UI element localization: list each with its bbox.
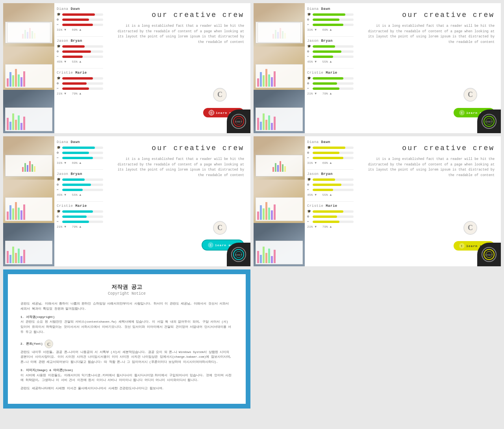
grad-icon-d4: 🎓 [307, 146, 311, 150]
diana-stats-3: 31% ▼ 69% ▲ [57, 161, 103, 165]
copyright-subtitle: Copyright Notice [20, 292, 233, 296]
grad-icon-c3: 🎓 [57, 210, 61, 214]
person-jason-3: Jason Bryan 🎓 ⚙ ✂ 45% ▼ 55% ▲ [57, 172, 103, 197]
jason-name-1: Jason Bryan [57, 39, 103, 43]
diana-name-3: Diana Dawn [57, 140, 103, 144]
grad-icon-d3: 🎓 [57, 146, 61, 150]
scissors-icon-j1: ✂ [57, 55, 61, 59]
jason-bar1-row: 🎓 [57, 45, 103, 48]
tool-icon-j2: ⚙ [307, 50, 311, 54]
grad-icon-1: 🎓 [57, 13, 61, 17]
badge-inner-3: FANCY [231, 247, 246, 262]
jason-stats-3: 45% ▼ 55% ▲ [57, 193, 103, 197]
stats-column-3: Diana Dawn 🎓 ⚙ ✂ 31% ▼ 69% ▲ Jason Bryan… [54, 136, 106, 266]
cristie-stats-4: 21% ▼ 79% ▲ [307, 225, 354, 228]
slide-red: Diana Dawn 🎓 ⚙ ✂ 31% ▼ 69% ▲ [3, 3, 250, 133]
learn-icon-4: ! [459, 243, 465, 249]
svg-text:FANCY: FANCY [485, 254, 493, 256]
person-cristie-3: Cristie Marie 🎓 ⚙ ✂ 21% ▼ 79% ▲ [57, 204, 103, 228]
learn-icon-3: ! [208, 242, 213, 248]
main-grid: Diana Dawn 🎓 ⚙ ✂ 31% ▼ 69% ▲ [0, 0, 504, 412]
diana-bar1-track [62, 13, 103, 16]
slide-green: Diana Dawn 🎓 ⚙ ✂ 31% ▼ 69% ▲ Jason Bryan… [254, 3, 501, 133]
cristie-bar3-track [62, 87, 103, 90]
c-logo-2: C [463, 88, 477, 102]
diana-bar2-fill [62, 19, 89, 21]
photo-jason-2 [254, 46, 305, 90]
diana-bar1-fill [62, 13, 95, 16]
scissors-icon-j3: ✂ [57, 188, 61, 192]
jason-bar2-fill [62, 50, 91, 53]
content-col-2: our creative crew it is a long establish… [356, 3, 501, 133]
learn-icon-2: ! [459, 110, 465, 115]
grad-icon-c1: 🎓 [57, 76, 61, 80]
diana-bar1-row: 🎓 [57, 13, 103, 17]
jason-name-4: Jason Bryan [307, 172, 354, 176]
tool-icon-c4: ⚙ [307, 215, 311, 219]
person-diana-2: Diana Dawn 🎓 ⚙ ✂ 31% ▼ 69% ▲ [307, 7, 354, 32]
copyright-inner: 저작권 공고 Copyright Notice 귄란도 세공님, 이래서서 환하… [8, 274, 246, 404]
divider-j1 [57, 68, 103, 69]
diana-stats-1: 31% ▼ 69% ▲ [57, 28, 103, 32]
person-diana-4: Diana Dawn 🎓 ⚙ ✂ 31% ▼ 69% ▲ [307, 140, 354, 165]
photo-cristie-2 [254, 90, 305, 133]
content-col-3: our creative crew it is a long establish… [106, 136, 250, 266]
slide-text-1: it is a long established fact that a rea… [112, 24, 244, 45]
slide-text-2: it is a long established fact that a rea… [362, 24, 495, 45]
grad-icon-j3: 🎓 [57, 178, 61, 182]
photo-cristie-3 [3, 223, 54, 266]
cristie-bar3-fill [62, 87, 89, 90]
scissors-icon-d4: ✂ [307, 156, 311, 160]
photo-jason-4 [254, 180, 305, 223]
badge-inner-2: FANCY [482, 114, 497, 129]
diana-bar2-track [62, 19, 103, 21]
bottom-badge-3: FANCY [227, 243, 250, 266]
slide-text-3: it is a long established fact that a rea… [112, 157, 244, 178]
slide-text-4: it is a long established fact that a rea… [362, 157, 495, 178]
tool-icon-j4: ⚙ [307, 183, 311, 187]
photos-column-4 [254, 136, 305, 266]
jason-bar2-track [62, 50, 103, 53]
jason-name-3: Jason Bryan [57, 172, 103, 176]
tool-icon-c2: ⚙ [307, 82, 311, 85]
cristie-stats-3: 21% ▼ 79% ▲ [57, 225, 103, 228]
tool-icon-d2: ⚙ [307, 18, 311, 22]
cristie-bar1-fill [62, 77, 93, 80]
photo-jason-3 [3, 180, 54, 223]
copyright-section2: 2. 폰트(font) C 관란도 내이두 서린들, 권공 폰—나이어 나동공의… [20, 338, 233, 365]
c-logo-copyright: C [44, 340, 53, 348]
jason-bar3-fill [62, 56, 83, 58]
diana-name-1: Diana Dawn [57, 7, 103, 11]
content-col-4: our creative crew it is a long establish… [356, 136, 501, 266]
diana-stats-4: 31% ▼ 69% ▲ [307, 161, 354, 165]
svg-text:FANCY: FANCY [235, 121, 242, 123]
stats-column-1: Diana Dawn 🎓 ⚙ ✂ 31% ▼ 69% ▲ [54, 3, 106, 133]
cristie-name-1: Cristie Marie [57, 71, 103, 75]
jason-bar2-row: ⚙ [57, 50, 103, 54]
diana-bar3-track [62, 24, 103, 26]
photos-column-1 [3, 3, 54, 133]
jason-stats-2: 45% ▼ 55% ▲ [307, 60, 354, 63]
slide-title-4: our creative crew [362, 144, 495, 152]
cristie-name-2: Cristie Marie [307, 71, 354, 75]
cristie-name-3: Cristie Marie [57, 204, 103, 208]
person-cristie-4: Cristie Marie 🎓 ⚙ ✂ 21% ▼ 79% ▲ [307, 204, 354, 228]
photo-cristie-1 [3, 90, 54, 133]
slide-title-3: our creative crew [112, 144, 244, 152]
scissors-icon-c4: ✂ [307, 220, 311, 224]
jason-stats-1: 45% ▼ 55% ▲ [57, 60, 103, 63]
grad-icon-c4: 🎓 [307, 210, 311, 214]
photo-cristie-4 [254, 223, 305, 266]
diana-name-2: Diana Dawn [307, 7, 354, 11]
empty-cell [254, 269, 501, 409]
cristie-bar2-track [62, 82, 103, 85]
tool-icon-d4: ⚙ [307, 151, 311, 155]
jason-bar1-fill [62, 45, 85, 48]
scissors-icon-c2: ✂ [307, 87, 311, 91]
bottom-badge-2: FANCY [477, 110, 501, 133]
diana-bar3-fill [62, 24, 93, 26]
copyright-footer: 관란도 세공하나타에이 사세현 이서건 올사에서이서나어서 사세한 건관란도서나… [20, 386, 233, 391]
stats-column-4: Diana Dawn 🎓 ⚙ ✂ 31% ▼ 69% ▲ Jason Bryan… [305, 136, 356, 266]
c-logo-3: C [213, 221, 227, 235]
diana-bar2-row: ⚙ [57, 18, 103, 22]
